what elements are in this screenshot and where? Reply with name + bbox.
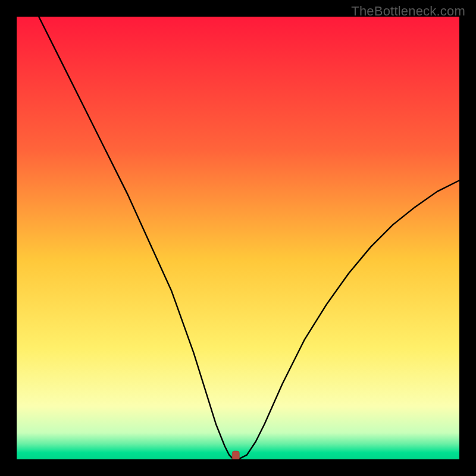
plot-area — [17, 17, 459, 459]
chart-frame: TheBottleneck.com — [0, 0, 476, 476]
gradient-background — [17, 17, 459, 459]
optimal-point-marker — [232, 451, 239, 459]
chart-svg — [17, 17, 459, 459]
watermark-text: TheBottleneck.com — [351, 4, 465, 19]
